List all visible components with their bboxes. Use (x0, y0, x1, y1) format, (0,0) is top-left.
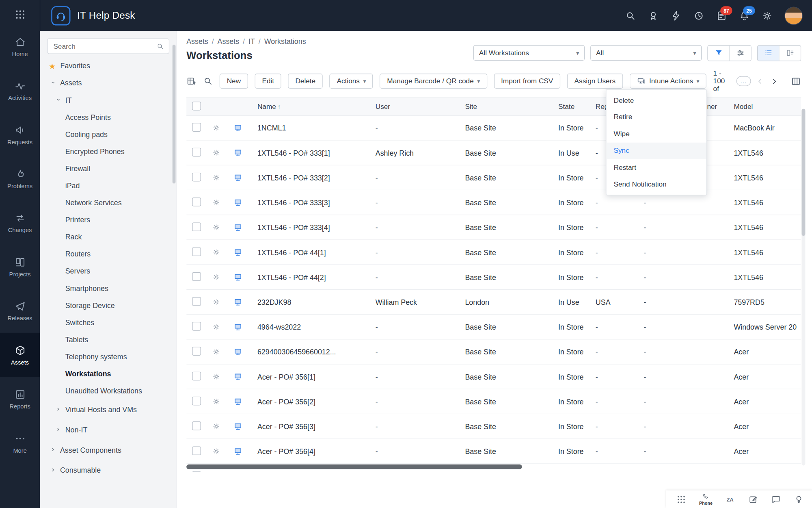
breadcrumb-item[interactable]: Workstations (264, 37, 306, 46)
nav-rail-item-problems[interactable]: Problems (0, 156, 40, 200)
tree-item-printers[interactable]: Printers (40, 211, 177, 228)
cell-name[interactable]: 1XTL546 - PO# 44[2] (250, 273, 370, 281)
row-checkbox[interactable] (192, 471, 201, 472)
sliders-icon[interactable] (729, 46, 751, 61)
award-icon[interactable] (648, 10, 659, 21)
row-settings-gear-icon[interactable] (206, 298, 226, 306)
settings-gear-icon[interactable] (762, 10, 773, 21)
chevron-right-icon[interactable] (48, 446, 58, 453)
cell-name[interactable]: 1XTL546 - PO# 333[2] (250, 174, 370, 182)
row-checkbox[interactable] (192, 247, 201, 256)
cell-name[interactable]: 1XTL546 - PO# 333[3] (250, 198, 370, 206)
row-checkbox[interactable] (192, 446, 201, 455)
tree-item-rack[interactable]: Rack (40, 228, 177, 245)
tree-item-switches[interactable]: Switches (40, 314, 177, 331)
row-checkbox[interactable] (192, 172, 201, 181)
compose-icon[interactable] (748, 494, 758, 504)
tree-item-virtual-hosts-and-vms[interactable]: Virtual Hosts and VMs (40, 399, 177, 419)
tree-item-ipad[interactable]: iPad (40, 177, 177, 194)
table-row[interactable]: Acer - PO# 356[1]-Base SiteIn Store--Ace… (186, 365, 801, 389)
row-settings-gear-icon[interactable] (206, 124, 226, 132)
barcode-dropdown-button[interactable]: Manage Barcode / QR code▾ (380, 74, 487, 89)
column-filter-select[interactable]: All ▾ (590, 45, 702, 61)
row-checkbox[interactable] (192, 272, 201, 281)
cell-name[interactable]: Acer - PO# 356[2] (250, 397, 370, 406)
cell-name[interactable]: 232DJK98 (250, 298, 370, 306)
nav-rail-item-home[interactable]: Home (0, 24, 40, 68)
nav-rail-item-reports[interactable]: Reports (0, 377, 40, 421)
assign-users-button[interactable]: Assign Users (567, 74, 623, 89)
tree-item-workstations[interactable]: Workstations (40, 365, 177, 382)
tree-item-telephony-systems[interactable]: Telephony systems (40, 348, 177, 365)
tree-item-it[interactable]: IT (40, 91, 177, 108)
search-icon[interactable] (156, 42, 164, 50)
tree-item-non-it[interactable]: Non-IT (40, 419, 177, 440)
lightning-icon[interactable] (671, 10, 682, 21)
app-logo[interactable] (51, 6, 70, 25)
tree-item-cooling-pads[interactable]: Cooling pads (40, 126, 177, 143)
new-button[interactable]: New (220, 74, 248, 89)
tree-item-encrypted-phones[interactable]: Encrypted Phones (40, 143, 177, 160)
tasks-button[interactable]: 87 (716, 10, 727, 21)
tree-item-tablets[interactable]: Tablets (40, 331, 177, 348)
row-settings-gear-icon[interactable] (206, 348, 226, 356)
table-row[interactable]: 4964-ws2022-Base SiteIn Store--Windows S… (186, 315, 801, 339)
tree-item-routers[interactable]: Routers (40, 245, 177, 262)
search-icon[interactable] (625, 10, 636, 21)
table-row[interactable]: 1XTL546 - PO# 44[1]-Base SiteIn Store--1… (186, 240, 801, 265)
row-settings-gear-icon[interactable] (206, 447, 226, 455)
row-checkbox[interactable] (192, 123, 201, 132)
nav-rail-item-more[interactable]: More (0, 421, 40, 465)
intune-menu-item-sync[interactable]: Sync (607, 142, 706, 159)
nav-rail-item-assets[interactable]: Assets (0, 333, 40, 377)
chevron-right-icon[interactable] (53, 406, 63, 413)
row-settings-gear-icon[interactable] (206, 224, 226, 231)
notifications-button[interactable]: 25 (739, 10, 750, 21)
table-row[interactable]: 1XTL546 - PO# 44[2]-Base SiteIn Store--1… (186, 265, 801, 290)
row-checkbox[interactable] (192, 197, 201, 206)
apps-dots-icon[interactable] (676, 494, 686, 504)
user-avatar[interactable] (784, 7, 803, 25)
import-csv-button[interactable]: Import from CSV (494, 74, 560, 89)
row-settings-gear-icon[interactable] (206, 273, 226, 281)
intune-menu-item-retire[interactable]: Retire (607, 109, 706, 125)
table-row[interactable]: Acer - PO# 356[3]-Base SiteIn Store--Ace… (186, 414, 801, 439)
tree-item-asset-components[interactable]: Asset Components (40, 440, 177, 460)
row-settings-gear-icon[interactable] (206, 397, 226, 405)
table-row[interactable]: 1XTL546 - PO# 333[1]Ashley RichBase Site… (186, 141, 801, 165)
column-header-model[interactable]: Model (729, 103, 798, 111)
table-row[interactable]: 1XTL546 - PO# 333[3]-Base SiteIn Store--… (186, 190, 801, 215)
row-settings-gear-icon[interactable] (206, 423, 226, 430)
favorites-item[interactable]: ★ Favorites (49, 62, 177, 70)
edit-button[interactable]: Edit (255, 74, 281, 89)
intune-menu-item-delete[interactable]: Delete (607, 92, 706, 109)
breadcrumb-item[interactable]: Assets (218, 37, 240, 46)
row-settings-gear-icon[interactable] (206, 174, 226, 181)
cell-name[interactable]: Acer - PO# 356[1] (250, 372, 370, 380)
app-switcher-icon[interactable] (14, 9, 26, 20)
breadcrumb-item[interactable]: IT (248, 37, 255, 46)
column-header-site[interactable]: Site (460, 103, 553, 111)
board-view-icon[interactable] (779, 46, 801, 61)
cell-name[interactable]: 629400306459660012... (250, 347, 370, 356)
table-row[interactable]: 1XTL546 - PO# 333[4]-Base SiteIn Store--… (186, 215, 801, 240)
row-settings-gear-icon[interactable] (206, 248, 226, 256)
row-settings-gear-icon[interactable] (206, 199, 226, 206)
actions-dropdown-button[interactable]: Actions▾ (330, 74, 373, 89)
table-row[interactable]: 232DJK98William PeckLondonIn UseUSA-7597… (186, 290, 801, 315)
column-chooser-icon[interactable] (791, 76, 801, 87)
history-icon[interactable] (693, 10, 704, 21)
phone-widget[interactable]: Phone (699, 493, 713, 506)
intune-menu-item-wipe[interactable]: Wipe (607, 126, 706, 142)
nav-rail-item-projects[interactable]: Projects (0, 245, 40, 289)
nav-rail-item-releases[interactable]: Releases (0, 289, 40, 332)
chevron-right-icon[interactable] (48, 467, 58, 473)
chevron-down-icon[interactable] (53, 96, 63, 103)
row-checkbox[interactable] (192, 297, 201, 306)
chevron-down-icon[interactable] (48, 79, 58, 86)
zia-icon[interactable]: ZA (726, 494, 735, 504)
row-checkbox[interactable] (192, 421, 201, 430)
cell-name[interactable]: 1XTL546 - PO# 44[1] (250, 248, 370, 256)
nav-rail-item-activities[interactable]: Activities (0, 68, 40, 112)
column-header-user[interactable]: User (370, 103, 460, 111)
